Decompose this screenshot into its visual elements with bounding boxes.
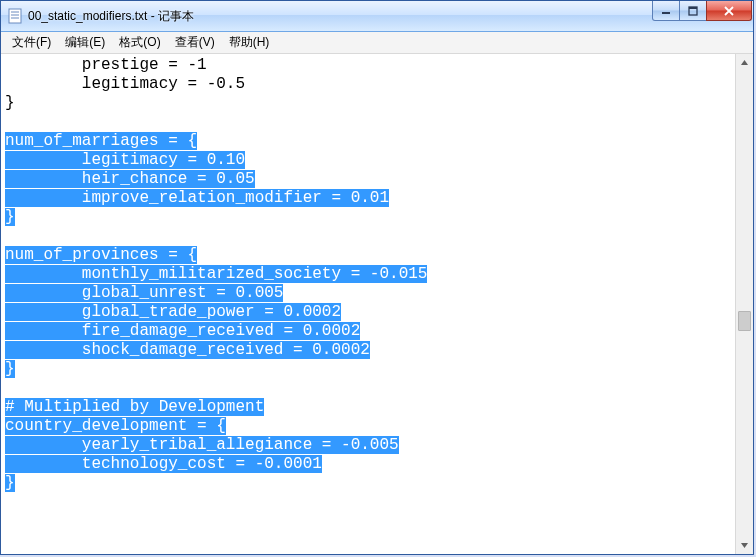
menu-help[interactable]: 帮助(H) xyxy=(222,32,277,53)
code-line-selected xyxy=(5,436,82,454)
code-line-selected: global_trade_power = 0.0002 xyxy=(82,303,341,321)
code-line-selected: num_of_provinces = { xyxy=(5,246,197,264)
code-line-selected: improve_relation_modifier = 0.01 xyxy=(82,189,389,207)
editor-wrap: prestige = -1 legitimacy = -0.5 } num_of… xyxy=(1,54,753,554)
code-line-selected: num_of_marriages = { xyxy=(5,132,197,150)
code-line-selected xyxy=(5,170,82,188)
titlebar[interactable]: 00_static_modifiers.txt - 记事本 xyxy=(1,1,753,32)
code-line-selected: } xyxy=(5,208,15,226)
code-line-selected: # Multiplied by Development xyxy=(5,398,264,416)
menu-file[interactable]: 文件(F) xyxy=(5,32,58,53)
svg-rect-6 xyxy=(689,7,697,9)
notepad-window: 00_static_modifiers.txt - 记事本 文件(F) 编辑(E… xyxy=(0,0,754,555)
minimize-button[interactable] xyxy=(652,1,680,21)
window-title: 00_static_modifiers.txt - 记事本 xyxy=(28,8,653,25)
code-line-selected xyxy=(5,455,82,473)
notepad-icon xyxy=(7,8,23,24)
code-line-selected: } xyxy=(5,474,15,492)
code-line-selected xyxy=(5,341,82,359)
menu-edit[interactable]: 编辑(E) xyxy=(58,32,112,53)
close-button[interactable] xyxy=(706,1,752,21)
text-editor[interactable]: prestige = -1 legitimacy = -0.5 } num_of… xyxy=(1,54,736,554)
code-line-selected: country_development = { xyxy=(5,417,226,435)
menu-view[interactable]: 查看(V) xyxy=(168,32,222,53)
code-line-selected: fire_damage_received = 0.0002 xyxy=(82,322,360,340)
code-line-selected: } xyxy=(5,360,15,378)
scroll-up-button[interactable] xyxy=(736,54,753,71)
window-controls xyxy=(653,1,753,31)
scroll-track[interactable] xyxy=(736,71,753,537)
maximize-button[interactable] xyxy=(679,1,707,21)
code-line-selected xyxy=(5,303,82,321)
code-line-selected: shock_damage_received = 0.0002 xyxy=(82,341,370,359)
svg-rect-4 xyxy=(662,12,670,14)
code-line: prestige = -1 xyxy=(5,56,207,74)
code-line-selected: legitimacy = 0.10 xyxy=(82,151,245,169)
scroll-thumb[interactable] xyxy=(738,311,751,331)
scroll-down-button[interactable] xyxy=(736,537,753,554)
code-line-selected xyxy=(5,189,82,207)
code-line-selected: monthly_militarized_society = -0.015 xyxy=(82,265,428,283)
code-content[interactable]: prestige = -1 legitimacy = -0.5 } num_of… xyxy=(1,54,736,497)
code-line: legitimacy = -0.5 xyxy=(5,75,245,93)
menubar: 文件(F) 编辑(E) 格式(O) 查看(V) 帮助(H) xyxy=(1,32,753,54)
vertical-scrollbar[interactable] xyxy=(735,54,753,554)
code-line-selected: heir_chance = 0.05 xyxy=(82,170,255,188)
code-line-selected xyxy=(5,322,82,340)
menu-format[interactable]: 格式(O) xyxy=(112,32,167,53)
code-line: } xyxy=(5,94,15,112)
code-line-selected: technology_cost = -0.0001 xyxy=(82,455,322,473)
svg-rect-0 xyxy=(9,9,21,23)
code-line-selected xyxy=(5,265,82,283)
code-line-selected xyxy=(5,284,82,302)
code-line-selected: global_unrest = 0.005 xyxy=(82,284,284,302)
code-line-selected: yearly_tribal_allegiance = -0.005 xyxy=(82,436,399,454)
code-line-selected xyxy=(5,151,82,169)
